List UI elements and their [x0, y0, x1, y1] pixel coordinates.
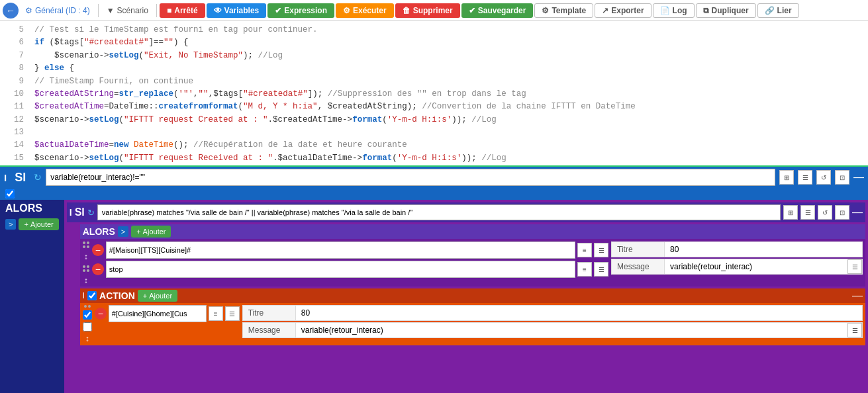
plus-icon2: + — [136, 228, 140, 236]
separator2 — [156, 4, 157, 17]
alors-arrow-btn[interactable]: > — [5, 219, 16, 230]
outer-si-minus[interactable]: — — [853, 171, 864, 183]
alors-label: ALORS — [5, 202, 42, 214]
drag-dot — [83, 241, 85, 244]
message3-icon-btn[interactable]: ☰ — [847, 323, 862, 337]
line-number: 5 — [5, 24, 24, 36]
back-icon: ← — [6, 5, 15, 16]
action-down-arrow: ↕ — [85, 334, 89, 343]
dupliquer-label: Dupliquer — [712, 6, 749, 15]
code-text: // TimeStamp Fourni, on continue — [34, 75, 863, 88]
line-number: 7 — [5, 50, 24, 62]
outer-si-icon-btn1[interactable]: ⊞ — [779, 170, 794, 185]
outer-checkbox[interactable] — [5, 189, 15, 198]
code-text: // Test si le TimeStamp est fourni en ta… — [34, 24, 863, 36]
variables-button[interactable]: 👁 Variables — [207, 3, 267, 18]
action1-device-input[interactable] — [106, 241, 575, 259]
template-button[interactable]: ⚙ Template — [534, 3, 593, 18]
message-value-3: variable(retour_interac) — [296, 323, 847, 337]
plus-icon3: + — [143, 292, 147, 300]
inner-si-btn2[interactable]: ☰ — [800, 205, 815, 220]
action-minus[interactable]: — — [852, 290, 863, 302]
down-arrow-2: ↕ — [84, 276, 88, 285]
right-panel-1: Titre 80 Message variable(retour_interac… — [611, 241, 863, 285]
line-number: 10 — [5, 88, 24, 101]
drag-dot — [87, 269, 89, 272]
expression-button[interactable]: ✔ Expression — [267, 3, 334, 18]
dot-row — [83, 241, 89, 244]
outer-si-condition-input[interactable] — [46, 169, 775, 186]
action-row-2: − ≡ ☰ — [92, 261, 608, 278]
code-editor[interactable]: 5 // Test si le TimeStamp est fourni en … — [0, 21, 868, 167]
inner-si-condition-input[interactable] — [97, 204, 781, 220]
action-row-checkbox1[interactable] — [83, 310, 92, 320]
action-row-checkbox2[interactable] — [83, 322, 92, 331]
exporter-icon: ↗ — [602, 6, 608, 15]
action1-btn1[interactable]: ≡ — [577, 243, 592, 257]
action1-btn2[interactable]: ☰ — [594, 243, 608, 257]
log-button[interactable]: 📄 Log — [653, 3, 695, 18]
inner-alors-header: ALORS > + Ajouter — [80, 224, 865, 239]
inner-alors-arrow[interactable]: > — [118, 226, 128, 237]
inner-si-btn3[interactable]: ↺ — [818, 205, 832, 220]
supprimer-button[interactable]: 🗑 Supprimer — [395, 3, 460, 18]
inner-alors-block: ALORS > + Ajouter — [80, 224, 865, 286]
outer-si-icon-btn2[interactable]: ☰ — [798, 170, 812, 185]
action-ajouter-btn[interactable]: + Ajouter — [138, 290, 177, 302]
inner-si-block: I SI ↻ ⊞ ☰ ↺ ⊡ — — [67, 202, 865, 222]
dupliquer-button[interactable]: ⧉ Dupliquer — [696, 3, 756, 18]
alors-ajouter-btn[interactable]: + Ajouter — [19, 218, 58, 230]
inner-refresh-icon[interactable]: ↻ — [87, 208, 95, 218]
code-line-15: 15 $scenario->setLog("IFTTT request Rece… — [0, 152, 868, 165]
action2-minus-btn[interactable]: − — [92, 263, 104, 275]
outer-si-refresh-btn[interactable]: ↺ — [816, 170, 831, 185]
inner-si-btn1[interactable]: ⊞ — [783, 205, 798, 220]
action-label: ACTION — [99, 290, 135, 301]
action3-btn2[interactable]: ☰ — [225, 306, 240, 321]
action-checkbox[interactable] — [87, 291, 97, 300]
scenario-label: Scénario — [117, 6, 148, 15]
code-text: $scenario->setLog("IFTTT request Created… — [34, 114, 863, 126]
right-row-titre-1: Titre 80 — [611, 241, 863, 257]
outer-refresh-icon[interactable]: ↻ — [34, 172, 42, 183]
general-icon: ⚙ — [25, 6, 32, 15]
arrete-button[interactable]: ■ Arrêté — [160, 3, 205, 18]
drag-dot — [83, 269, 85, 272]
scenario-tab[interactable]: ▼ Scénario — [101, 6, 154, 15]
dot-row — [83, 269, 89, 272]
back-button[interactable]: ← — [3, 3, 19, 19]
plus-icon: + — [24, 220, 28, 228]
code-line-6: 6 if ($tags["#createdat#"]=="") { — [0, 36, 868, 49]
titre-value-3: 80 — [296, 306, 862, 320]
template-icon: ⚙ — [542, 6, 549, 15]
message-label-3: Message — [243, 323, 296, 337]
sauvegarder-button[interactable]: ✔ Sauvegarder — [461, 3, 534, 18]
code-text: $actualDateTime=new DateTime(); //Récupé… — [34, 139, 863, 152]
inner-si-btn4[interactable]: ⊡ — [835, 205, 849, 220]
inner-si-minus[interactable]: — — [852, 206, 863, 218]
general-tab[interactable]: ⚙ Général (ID : 4) — [20, 6, 95, 15]
action2-device-input[interactable] — [106, 261, 575, 278]
action2-btn1[interactable]: ≡ — [577, 262, 592, 277]
action-ajouter-label: Ajouter — [149, 292, 172, 300]
lier-button[interactable]: 🔗 Lier — [757, 3, 799, 18]
message1-icon-btn[interactable]: ☰ — [847, 259, 862, 274]
action3-btn1[interactable]: ≡ — [209, 306, 223, 321]
down-arrow-1: ↕ — [84, 252, 88, 261]
code-text: } else { — [34, 62, 863, 75]
action-block: I ACTION + Ajouter — — [80, 288, 865, 345]
exporter-button[interactable]: ↗ Exporter — [595, 3, 651, 18]
lier-icon: 🔗 — [765, 6, 775, 15]
action3-minus-btn[interactable]: − — [95, 308, 107, 320]
line-number: 12 — [5, 114, 24, 126]
code-line-13: 13 — [0, 126, 868, 139]
toolbar: ← ⚙ Général (ID : 4) ▼ Scénario ■ Arrêté… — [0, 0, 868, 21]
inner-ajouter-btn[interactable]: + Ajouter — [131, 226, 171, 238]
executer-button[interactable]: ⚙ Exécuter — [336, 3, 394, 18]
outer-si-icon-btn3[interactable]: ⊡ — [835, 170, 849, 185]
variables-icon: 👁 — [214, 6, 222, 15]
action1-minus-btn[interactable]: − — [92, 244, 104, 256]
log-label: Log — [673, 6, 687, 15]
action2-btn2[interactable]: ☰ — [594, 262, 608, 277]
action3-device-input[interactable] — [109, 305, 207, 322]
